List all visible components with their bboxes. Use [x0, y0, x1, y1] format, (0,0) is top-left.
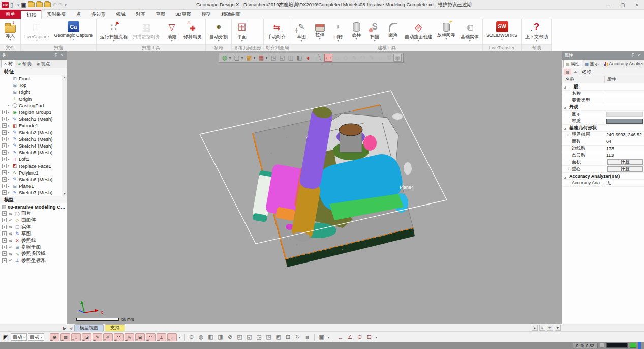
properties-panel-tab-0[interactable]: ▤属性: [563, 60, 582, 68]
mesh-doctor-button[interactable]: 修补精灵: [181, 20, 204, 44]
sweep-button[interactable]: 扫描▾: [365, 20, 384, 44]
auto-segment-button[interactable]: 自动分割▾: [207, 20, 230, 44]
status-small-button[interactable]: [600, 343, 604, 348]
solidworks-button[interactable]: SOLIDWORKS▾: [484, 20, 520, 44]
expand-icon[interactable]: +: [2, 123, 7, 128]
toggle-3d-sketch-button[interactable]: ✐∞: [103, 333, 113, 341]
visibility-icon[interactable]: ∞: [8, 231, 14, 236]
model-item-solid-body[interactable]: +∞▢实体: [0, 224, 67, 230]
more-measure-dropdown-icon[interactable]: ▾: [375, 335, 378, 339]
dropdown-arrow-icon[interactable]: ▾: [469, 39, 471, 43]
more-views-dropdown-icon[interactable]: ▾: [327, 335, 330, 339]
property-row[interactable]: 重心▷计算: [562, 166, 644, 173]
visibility-icon[interactable]: ∞: [8, 218, 14, 223]
expand-icon[interactable]: +: [2, 177, 7, 182]
tree-panel-tab-0[interactable]: ⁙树: [1, 60, 15, 68]
toggle-region-button[interactable]: ▦∞: [60, 333, 70, 341]
section-z-icon[interactable]: ◧: [295, 54, 303, 62]
view-top-right-icon[interactable]: ◳: [264, 333, 273, 341]
tree-item-origin[interactable]: ⊥Origin: [0, 96, 67, 102]
circle-select-icon[interactable]: ○: [333, 54, 341, 62]
sort-az-icon[interactable]: A↓: [573, 69, 580, 75]
region-pink[interactable]: [363, 135, 377, 151]
dropdown-arrow-icon[interactable]: ▾: [241, 39, 243, 43]
expand-icon[interactable]: +: [2, 157, 7, 161]
group-expander-icon[interactable]: ◢: [564, 105, 566, 109]
model-item-surface-body[interactable]: +∞◇曲面体: [0, 217, 67, 223]
rectangle-select-icon[interactable]: ▭: [324, 54, 332, 62]
dropdown-arrow-icon[interactable]: ▾: [501, 38, 503, 41]
manual-align-button[interactable]: 手动对齐▾: [265, 20, 288, 44]
ribbon-tab-8[interactable]: 模型: [196, 10, 216, 19]
geomagic-capture-button[interactable]: Geomagic Capture▾: [52, 20, 96, 44]
tree-item-region-group1[interactable]: +●◉Region Group1: [0, 109, 67, 115]
property-row[interactable]: Accuracy Ana...无: [562, 180, 644, 187]
material-swatch[interactable]: [606, 119, 643, 124]
section-plane-icon[interactable]: ◳: [269, 54, 278, 62]
tree-item-loft1[interactable]: +●▯Loft1: [0, 156, 67, 162]
fillet-button[interactable]: 圆角▾: [384, 20, 402, 44]
scroll-up-icon[interactable]: ▲: [63, 75, 66, 80]
tab-scroll-right-icon[interactable]: ▶: [62, 326, 67, 331]
tree-item-polyline1[interactable]: +●∿Polyline1: [0, 169, 67, 176]
model-canvas[interactable]: Plane4: [68, 51, 562, 324]
zoom-in-out-icon[interactable]: ◍: [197, 333, 205, 341]
section-x-icon[interactable]: ◱: [278, 54, 286, 62]
model-item-ref-line[interactable]: +∞✕参照线: [0, 237, 67, 244]
dropdown-arrow-icon[interactable]: ▾: [266, 56, 269, 60]
property-group[interactable]: 一般◢: [562, 83, 644, 91]
viewport[interactable]: Plane4 ◍▾▢▾▩▾▦▾◳◱◫◧♦╲▭○◇∿◠✎◌⇅◉ x 50 mm: [68, 51, 562, 324]
expand-icon[interactable]: +: [2, 238, 7, 243]
auto-dropdown-0[interactable]: 自动▾: [11, 333, 27, 341]
toggle-body-button[interactable]: ⌂∞: [71, 333, 81, 341]
view-grid-icon[interactable]: ⊞: [284, 333, 292, 341]
dropdown-arrow-icon[interactable]: ▾: [418, 39, 419, 43]
tab-list-dropdown-icon[interactable]: ▾: [555, 325, 561, 331]
more-toggles-dropdown-icon[interactable]: ▾: [178, 335, 181, 339]
minimize-button[interactable]: ─: [601, 0, 616, 9]
toggle-csys-button[interactable]: ⊥∞: [157, 333, 166, 341]
base-solid-button[interactable]: 基础实体▾: [458, 20, 481, 44]
group-expander-icon[interactable]: ◢: [564, 85, 566, 89]
zoom-disabled-icon[interactable]: ⊘: [226, 333, 234, 341]
ribbon-tab-7[interactable]: 3D草图: [170, 10, 196, 19]
revolve-button[interactable]: 回转▾: [329, 20, 347, 44]
paint-select-icon[interactable]: ✎: [367, 54, 376, 62]
compute-button[interactable]: 计算: [607, 166, 643, 172]
visibility-icon[interactable]: ∞: [8, 238, 14, 243]
visibility-icon[interactable]: ∞: [8, 258, 14, 263]
decimate-button[interactable]: 消减▾: [163, 20, 181, 44]
dropdown-arrow-icon[interactable]: ▾: [536, 39, 537, 43]
property-row[interactable]: 面积计算: [562, 159, 644, 166]
live-capture-button[interactable]: LiveCapture▾: [22, 20, 52, 44]
run-scan-button[interactable]: 运行扫描流程▾: [98, 20, 130, 44]
ribbon-tab-0[interactable]: 初始: [21, 10, 42, 19]
property-group[interactable]: Accuracy Analyzer(TM)◢: [562, 173, 644, 180]
measure-distance-icon[interactable]: ↔: [336, 333, 345, 341]
polygon-select-icon[interactable]: ◇: [342, 54, 350, 62]
expand-icon[interactable]: +: [2, 170, 7, 175]
property-value[interactable]: 计算: [605, 166, 644, 172]
measure-area-icon[interactable]: ⊡: [365, 333, 374, 341]
document-tab-1[interactable]: 支持: [105, 324, 125, 331]
model-item-ref-csys[interactable]: +∞⊥参照坐标系: [0, 257, 67, 264]
new-file-icon[interactable]: ▯: [10, 2, 13, 8]
tree-item-sketch3-mesh-[interactable]: +●✎Sketch3 (Mesh): [0, 136, 67, 142]
rotate-view-icon[interactable]: ↻: [293, 333, 302, 341]
sketch-button[interactable]: 草图▾: [292, 20, 311, 44]
tree-item-sketch6-mesh-[interactable]: +●✎Sketch6 (Mesh): [0, 176, 67, 183]
visibility-icon[interactable]: ∞: [8, 211, 14, 216]
tree-item-replace-face1[interactable]: +●◩Replace Face1: [0, 162, 67, 169]
visibility-icon[interactable]: ∞: [8, 224, 14, 229]
model-item-sketch[interactable]: +∞✎草图: [0, 230, 67, 237]
measure-angle-icon[interactable]: ∠: [346, 333, 354, 341]
expand-icon[interactable]: +: [2, 184, 7, 188]
display-mode-icon[interactable]: ▢: [233, 54, 241, 62]
flood-select-icon[interactable]: ◌: [376, 54, 384, 62]
model-root-item[interactable]: 08-Iterative Modeling Compl: [0, 203, 67, 210]
import-folder-icon[interactable]: [36, 2, 43, 7]
menu-button[interactable]: 菜单: [0, 10, 21, 19]
ribbon-tab-2[interactable]: 点: [71, 10, 86, 19]
dropdown-arrow-icon[interactable]: ▾: [171, 39, 173, 43]
dropdown-arrow-icon[interactable]: ▾: [319, 37, 321, 41]
